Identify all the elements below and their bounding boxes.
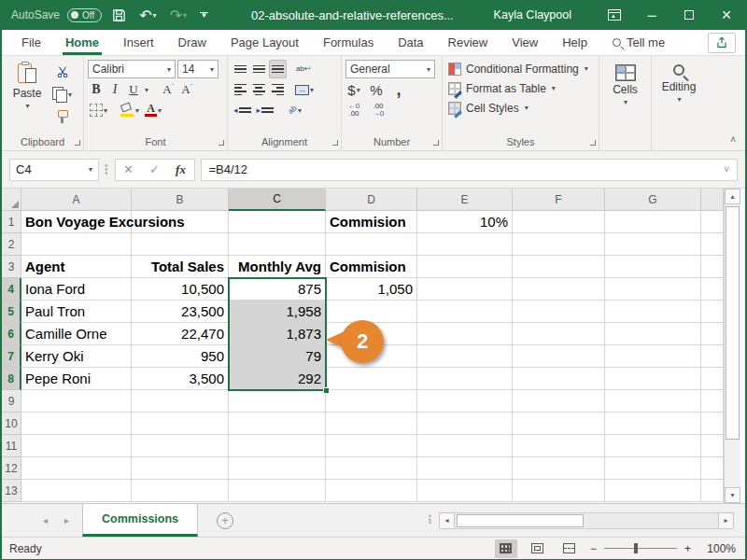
fill-color-button[interactable]: ▾ xyxy=(119,101,141,119)
cell-F3[interactable] xyxy=(513,256,605,278)
scroll-up-button[interactable]: ▴ xyxy=(725,189,740,204)
cell-E13[interactable] xyxy=(417,480,513,502)
cell-F8[interactable] xyxy=(513,368,605,390)
row-header-9[interactable]: 9 xyxy=(2,390,21,413)
undo-button[interactable]: ↶▾ xyxy=(136,7,159,24)
cell-C5[interactable]: 1,958 xyxy=(229,301,326,323)
paste-button[interactable]: Paste ▾ xyxy=(6,59,49,130)
cell-D4[interactable]: 1,050 xyxy=(326,278,417,301)
cancel-button[interactable]: ✕ xyxy=(116,162,142,176)
select-all-button[interactable] xyxy=(2,189,21,211)
horizontal-scrollbar[interactable]: ◂ ▸ xyxy=(439,512,734,529)
horizontal-scroll-thumb[interactable] xyxy=(457,514,584,527)
cell-C8[interactable]: 292 xyxy=(229,368,326,390)
maximize-button[interactable] xyxy=(670,0,708,30)
increase-font-size-button[interactable]: Aˆ xyxy=(160,80,176,99)
cell-E9[interactable] xyxy=(417,390,513,413)
accounting-format-button[interactable]: $▾ xyxy=(345,80,362,99)
cell-G11[interactable] xyxy=(605,435,701,457)
user-name[interactable]: Kayla Claypool xyxy=(494,8,571,21)
cell-D10[interactable] xyxy=(326,413,417,435)
bottom-align-button[interactable] xyxy=(269,60,287,78)
cell-G4[interactable] xyxy=(605,278,701,301)
insert-function-button[interactable]: fx xyxy=(168,162,194,177)
cell-F4[interactable] xyxy=(513,278,605,301)
cell-G6[interactable] xyxy=(605,323,701,345)
tab-data[interactable]: Data xyxy=(386,30,435,55)
tab-draw[interactable]: Draw xyxy=(166,30,218,55)
clipboard-dialog-launcher[interactable] xyxy=(75,140,80,146)
cell-G13[interactable] xyxy=(605,480,701,502)
cell-A7[interactable]: Kerry Oki xyxy=(21,345,132,368)
name-box[interactable]: C4 ▾ xyxy=(9,159,99,181)
cell-F10[interactable] xyxy=(513,413,605,435)
cell-B6[interactable]: 22,470 xyxy=(132,323,229,345)
cell-F5[interactable] xyxy=(513,301,605,323)
autosave-toggle[interactable]: Off xyxy=(67,8,102,22)
cells-button[interactable]: Cells ▾ xyxy=(604,61,647,106)
normal-view-button[interactable] xyxy=(495,539,517,558)
align-right-button[interactable] xyxy=(269,80,286,99)
row-header-8[interactable]: 8 xyxy=(2,368,21,390)
cell-G3[interactable] xyxy=(605,256,701,278)
row-header-7[interactable]: 7 xyxy=(2,345,21,368)
tab-insert[interactable]: Insert xyxy=(111,30,166,55)
zoom-out-button[interactable]: − xyxy=(590,542,597,555)
underline-dropdown-icon[interactable]: ▾ xyxy=(145,86,148,94)
cell-D2[interactable] xyxy=(326,233,417,256)
cell-F12[interactable] xyxy=(513,457,605,480)
row-header-4[interactable]: 4 xyxy=(2,278,21,301)
tab-file[interactable]: File xyxy=(9,30,53,55)
increase-indent-button[interactable]: ▸ xyxy=(255,101,276,119)
column-header-F[interactable]: F xyxy=(513,189,605,211)
cell-C9[interactable] xyxy=(229,390,326,413)
scroll-down-button[interactable]: ▾ xyxy=(725,487,740,503)
collapse-ribbon-button[interactable]: ˄ xyxy=(730,134,736,145)
row-header-13[interactable]: 13 xyxy=(2,480,21,502)
conditional-formatting-button[interactable]: Conditional Formatting▾ xyxy=(446,59,595,78)
column-header-A[interactable]: A xyxy=(21,189,132,211)
zoom-slider-thumb[interactable] xyxy=(634,543,638,553)
percent-style-button[interactable]: % xyxy=(368,80,385,99)
cell-E4[interactable] xyxy=(417,278,513,301)
font-color-button[interactable]: A▾ xyxy=(143,101,163,119)
cell-A12[interactable] xyxy=(21,457,132,480)
styles-dialog-launcher[interactable] xyxy=(590,140,596,146)
cell-F6[interactable] xyxy=(513,323,605,345)
bold-button[interactable]: B xyxy=(88,80,105,99)
cell-D8[interactable] xyxy=(326,368,417,390)
column-header-C[interactable]: C xyxy=(229,189,326,211)
italic-button[interactable]: I xyxy=(106,80,123,99)
cell-D12[interactable] xyxy=(326,457,417,480)
tab-page-layout[interactable]: Page Layout xyxy=(218,30,311,55)
format-as-table-button[interactable]: Format as Table▾ xyxy=(446,78,595,98)
row-header-11[interactable]: 11 xyxy=(2,435,21,457)
cell-styles-button[interactable]: Cell Styles▾ xyxy=(446,98,595,118)
new-sheet-button[interactable]: + xyxy=(217,512,233,529)
cell-F7[interactable] xyxy=(513,345,605,368)
cell-G1[interactable] xyxy=(605,211,701,233)
cell-F9[interactable] xyxy=(513,390,605,413)
paste-dropdown-icon[interactable]: ▾ xyxy=(25,102,29,110)
cell-E3[interactable] xyxy=(417,256,513,278)
ribbon-display-options-button[interactable] xyxy=(596,0,633,30)
cell-D1[interactable]: Commision xyxy=(326,211,417,233)
expand-formula-bar-icon[interactable]: ˅ xyxy=(724,164,729,175)
redo-button[interactable]: ↷▾ xyxy=(167,7,190,24)
page-break-view-button[interactable] xyxy=(558,539,581,558)
column-header-D[interactable]: D xyxy=(326,189,417,211)
cell-B4[interactable]: 10,500 xyxy=(132,278,229,301)
enter-button[interactable]: ✓ xyxy=(142,162,168,176)
scroll-left-button[interactable]: ◂ xyxy=(439,512,455,529)
horizontal-scroll-track[interactable] xyxy=(455,512,718,529)
tab-home[interactable]: Home xyxy=(53,30,111,55)
align-left-button[interactable] xyxy=(232,80,248,99)
font-name-select[interactable]: Calibri▾ xyxy=(88,60,176,78)
cells-dropdown-icon[interactable]: ▾ xyxy=(624,98,627,106)
cell-C1[interactable] xyxy=(229,211,326,233)
copy-button[interactable]: ▾ xyxy=(50,85,74,104)
decrease-decimal-button[interactable]: .00→0 xyxy=(370,101,387,119)
cell-B11[interactable] xyxy=(132,435,229,457)
cell-B3[interactable]: Total Sales xyxy=(132,256,229,278)
cell-E10[interactable] xyxy=(417,413,513,435)
